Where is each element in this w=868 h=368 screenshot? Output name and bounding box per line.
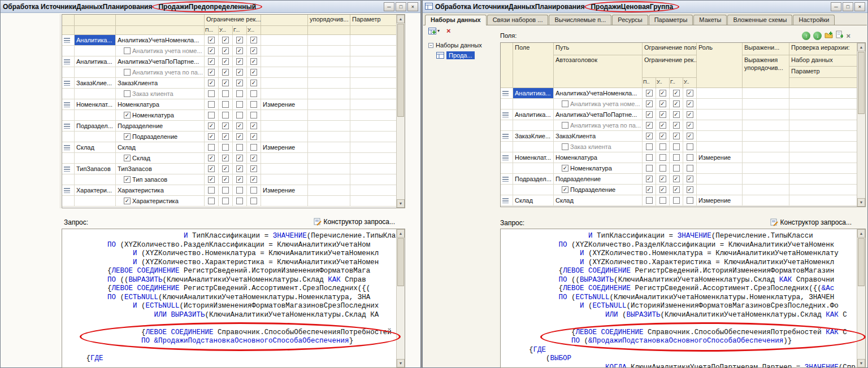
restriction-checkbox[interactable] <box>208 90 215 97</box>
restriction-checkbox[interactable]: ✓ <box>236 133 243 140</box>
add-dataset-button[interactable]: ▾ <box>427 27 441 35</box>
move-up-icon[interactable]: ↑ <box>802 32 810 40</box>
field-row[interactable]: Номенклат...НоменклатураИзмерение <box>501 152 857 163</box>
scrollbar-thumb[interactable] <box>397 238 404 286</box>
restriction-checkbox[interactable]: ✓ <box>222 176 229 183</box>
field-row[interactable]: Заказ клиента <box>62 89 396 99</box>
restriction-checkbox[interactable]: ✓ <box>236 69 243 76</box>
restriction-checkbox[interactable]: ✓ <box>250 58 257 65</box>
tab-1[interactable]: Наборы данных <box>425 15 487 25</box>
tab-7[interactable]: Вложенные схемы <box>727 15 792 25</box>
query-scrollbar[interactable]: ▲ ▼ <box>396 229 405 367</box>
restriction-checkbox[interactable] <box>673 197 680 204</box>
restriction-checkbox[interactable]: ✓ <box>222 122 229 129</box>
use-field-checkbox[interactable] <box>562 100 568 107</box>
move-down-icon[interactable]: ↓ <box>813 32 822 40</box>
restriction-checkbox[interactable]: ✓ <box>236 122 243 129</box>
field-row[interactable]: ✓Подразделение✓✓✓✓ <box>62 132 396 142</box>
field-row[interactable]: Аналитика учета номе...✓✓✓✓ <box>62 46 396 56</box>
restriction-checkbox[interactable]: ✓ <box>673 133 680 139</box>
restriction-checkbox[interactable] <box>222 144 229 151</box>
restriction-checkbox[interactable]: ✓ <box>659 186 666 193</box>
field-row[interactable]: ЗаказКлие...ЗаказКлиента✓✓✓✓ <box>501 131 857 142</box>
maximize-button[interactable]: □ <box>396 2 406 11</box>
close-button[interactable]: × <box>854 2 865 11</box>
restriction-checkbox[interactable]: ✓ <box>208 69 215 76</box>
field-row[interactable]: Аналитика...АналитикаУчетаПоПартне...✓✓✓… <box>501 109 857 120</box>
restriction-checkbox[interactable] <box>687 197 693 204</box>
restriction-checkbox[interactable]: ✓ <box>646 90 653 97</box>
restriction-checkbox[interactable]: ✓ <box>659 100 666 107</box>
scroll-up-icon[interactable]: ▲ <box>857 229 865 238</box>
restriction-checkbox[interactable]: ✓ <box>236 37 243 43</box>
restriction-checkbox[interactable] <box>208 101 215 108</box>
grid-scrollbar[interactable]: ▲ ▼ <box>857 43 865 207</box>
restriction-checkbox[interactable]: ✓ <box>646 176 653 182</box>
restriction-checkbox[interactable]: ✓ <box>659 176 666 182</box>
add-field-icon[interactable] <box>836 30 843 41</box>
restriction-checkbox[interactable] <box>236 112 243 119</box>
restriction-checkbox[interactable] <box>222 198 229 204</box>
field-row[interactable]: ✓Характеристика <box>62 196 396 207</box>
restriction-checkbox[interactable]: ✓ <box>687 176 693 182</box>
minimize-button[interactable]: ─ <box>831 2 841 11</box>
scrollbar-thumb[interactable] <box>858 52 865 114</box>
restriction-checkbox[interactable]: ✓ <box>659 133 666 139</box>
restriction-checkbox[interactable]: ✓ <box>673 100 680 107</box>
restriction-checkbox[interactable]: ✓ <box>687 133 693 139</box>
use-field-checkbox[interactable]: ✓ <box>124 155 131 161</box>
restriction-checkbox[interactable]: ✓ <box>687 186 693 193</box>
close-button[interactable]: × <box>407 2 418 11</box>
scroll-down-icon[interactable]: ▼ <box>857 198 865 207</box>
restriction-checkbox[interactable]: ✓ <box>222 165 229 172</box>
restriction-checkbox[interactable]: ✓ <box>250 165 257 172</box>
restriction-checkbox[interactable] <box>208 187 215 194</box>
restriction-checkbox[interactable] <box>208 144 215 151</box>
field-row[interactable]: Аналитика...АналитикаУчетаНоменкла...✓✓✓… <box>501 88 857 99</box>
restriction-checkbox[interactable]: ✓ <box>236 47 243 54</box>
tab-4[interactable]: Ресурсы <box>612 15 648 25</box>
restriction-checkbox[interactable]: ✓ <box>208 176 215 183</box>
use-field-checkbox[interactable] <box>124 69 131 76</box>
maximize-button[interactable]: □ <box>843 2 853 11</box>
scroll-down-icon[interactable]: ▼ <box>857 359 865 367</box>
restriction-checkbox[interactable] <box>659 197 666 204</box>
use-field-checkbox[interactable]: ✓ <box>124 112 131 119</box>
panel-splitter[interactable] <box>60 14 60 208</box>
restriction-checkbox[interactable] <box>673 165 680 172</box>
field-row[interactable]: ТипЗапасовТипЗапасов✓✓✓✓ <box>62 164 396 174</box>
tab-3[interactable]: Вычисляемые п... <box>549 15 611 25</box>
tree-root[interactable]: − Наборы данных <box>428 40 497 50</box>
restriction-checkbox[interactable]: ✓ <box>222 133 229 140</box>
field-row[interactable]: Характери...ХарактеристикаИзмерение <box>62 185 396 196</box>
restriction-checkbox[interactable]: ✓ <box>673 176 680 182</box>
restriction-checkbox[interactable]: ✓ <box>222 80 229 86</box>
restriction-checkbox[interactable] <box>236 187 243 194</box>
restriction-checkbox[interactable]: ✓ <box>208 133 215 140</box>
restriction-checkbox[interactable] <box>659 143 666 150</box>
restriction-checkbox[interactable]: ✓ <box>659 122 666 129</box>
field-row[interactable]: ✓Склад✓✓✓✓ <box>62 153 396 164</box>
restriction-checkbox[interactable] <box>687 165 693 172</box>
use-field-checkbox[interactable]: ✓ <box>124 176 131 183</box>
restriction-checkbox[interactable] <box>250 90 257 97</box>
restriction-checkbox[interactable] <box>250 112 257 119</box>
field-row[interactable]: Заказ клиента <box>501 142 857 152</box>
use-field-checkbox[interactable]: ✓ <box>562 186 568 193</box>
restriction-checkbox[interactable]: ✓ <box>687 100 693 107</box>
restriction-checkbox[interactable]: ✓ <box>208 122 215 129</box>
restriction-checkbox[interactable] <box>687 143 693 150</box>
tab-6[interactable]: Макеты <box>693 15 727 25</box>
tab-5[interactable]: Параметры <box>649 15 693 25</box>
field-row[interactable]: СкладСкладИзмерение <box>62 142 396 153</box>
restriction-checkbox[interactable]: ✓ <box>659 111 666 118</box>
restriction-checkbox[interactable] <box>236 198 243 204</box>
restriction-checkbox[interactable] <box>250 144 257 151</box>
field-row[interactable]: ЗаказКлие...ЗаказКлиента✓✓✓✓ <box>62 78 396 89</box>
restriction-checkbox[interactable] <box>222 187 229 194</box>
tab-8[interactable]: Настройки <box>793 15 835 25</box>
restriction-checkbox[interactable]: ✓ <box>222 37 229 43</box>
field-row[interactable]: ✓Номенклатура <box>501 163 857 174</box>
restriction-checkbox[interactable]: ✓ <box>250 176 257 183</box>
scrollbar-thumb[interactable] <box>858 238 865 286</box>
